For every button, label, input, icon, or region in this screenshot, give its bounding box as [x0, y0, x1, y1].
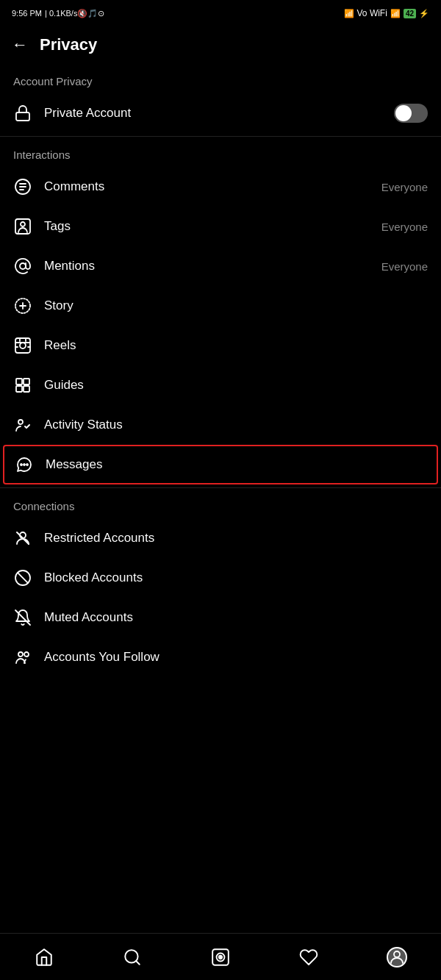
menu-item-tags[interactable]: Tags Everyone	[0, 207, 441, 246]
nav-profile[interactable]	[379, 940, 415, 975]
menu-item-story[interactable]: Story	[0, 286, 441, 326]
section-label-interactions: Interactions	[0, 140, 441, 167]
menu-item-muted-accounts[interactable]: Muted Accounts	[0, 598, 441, 637]
status-bar: 9:56 PM | 0.1KB/s🔇🎵⊙ 📶 Vo WiFi 📶 42 ⚡	[0, 0, 441, 26]
status-time: 9:56 PM	[12, 9, 42, 18]
back-button[interactable]: ←	[12, 35, 28, 54]
tags-value: Everyone	[381, 221, 428, 233]
menu-item-messages[interactable]: Messages	[3, 445, 438, 484]
home-icon	[35, 948, 54, 967]
divider-1	[0, 136, 441, 137]
menu-item-activity-status[interactable]: Activity Status	[0, 405, 441, 445]
accounts-you-follow-label: Accounts You Follow	[44, 650, 159, 665]
menu-item-guides[interactable]: Guides	[0, 365, 441, 405]
menu-item-accounts-you-follow[interactable]: Accounts You Follow	[0, 637, 441, 677]
restricted-icon	[13, 529, 32, 548]
messages-icon	[15, 455, 34, 474]
follow-icon	[13, 648, 32, 667]
svg-point-30	[394, 951, 400, 957]
nav-heart[interactable]	[291, 940, 326, 975]
mentions-value: Everyone	[381, 260, 428, 273]
private-account-toggle[interactable]	[394, 104, 428, 123]
svg-point-4	[20, 263, 26, 269]
activity-icon	[13, 415, 32, 434]
reels-icon	[13, 336, 32, 355]
svg-point-23	[18, 652, 23, 657]
toggle-knob	[395, 105, 412, 121]
activity-status-label: Activity Status	[44, 418, 123, 432]
profile-avatar	[387, 947, 407, 968]
section-label-connections: Connections	[0, 491, 441, 518]
muted-accounts-label: Muted Accounts	[44, 610, 133, 625]
comments-value: Everyone	[381, 181, 428, 193]
nav-search[interactable]	[115, 940, 150, 975]
messages-label: Messages	[46, 457, 102, 472]
page-title: Privacy	[40, 35, 97, 54]
story-label: Story	[44, 298, 74, 313]
svg-rect-0	[16, 112, 29, 121]
tags-label: Tags	[44, 219, 71, 234]
guides-label: Guides	[44, 378, 84, 393]
comments-label: Comments	[44, 179, 104, 194]
menu-item-reels[interactable]: Reels	[0, 326, 441, 365]
guides-icon	[13, 376, 32, 395]
muted-icon	[13, 608, 32, 627]
svg-point-14	[18, 420, 23, 424]
svg-point-17	[26, 464, 28, 465]
nav-reels[interactable]	[203, 940, 238, 975]
menu-item-comments[interactable]: Comments Everyone	[0, 167, 441, 207]
divider-2	[0, 487, 441, 488]
svg-line-26	[136, 961, 140, 965]
svg-point-16	[24, 464, 25, 465]
svg-rect-8	[15, 338, 30, 353]
heart-icon	[299, 948, 318, 967]
section-interactions: Interactions Comments Everyone Tags Ever…	[0, 140, 441, 488]
reels-label: Reels	[44, 338, 76, 353]
page-header: ← Privacy	[0, 26, 441, 66]
restricted-accounts-label: Restricted Accounts	[44, 531, 154, 546]
lock-icon	[13, 104, 32, 123]
svg-point-29	[219, 955, 222, 958]
status-info: | 0.1KB/s🔇🎵⊙	[45, 9, 104, 18]
svg-rect-12	[16, 386, 22, 392]
charging-icon: ⚡	[419, 9, 429, 18]
section-label-account-privacy: Account Privacy	[0, 66, 441, 93]
private-account-label: Private Account	[44, 106, 131, 121]
bottom-nav	[0, 933, 441, 980]
reels-nav-icon	[211, 948, 230, 967]
svg-point-15	[21, 464, 22, 465]
menu-item-private-account[interactable]: Private Account	[0, 93, 441, 133]
comment-icon	[13, 177, 32, 196]
svg-point-9	[20, 343, 26, 348]
menu-item-blocked-accounts[interactable]: Blocked Accounts	[0, 558, 441, 598]
section-account-privacy: Account Privacy Private Account	[0, 66, 441, 137]
svg-line-21	[18, 573, 28, 583]
battery-icon: 42	[404, 9, 416, 18]
wifi-icon: Vo WiFi	[357, 8, 387, 18]
section-connections: Connections Restricted Accounts Blocked …	[0, 491, 441, 677]
search-icon	[123, 948, 142, 967]
svg-line-19	[17, 532, 29, 544]
menu-item-mentions[interactable]: Mentions Everyone	[0, 246, 441, 286]
status-right: 📶 Vo WiFi 📶 42 ⚡	[344, 8, 429, 18]
svg-rect-13	[24, 386, 29, 392]
tags-icon	[13, 217, 32, 236]
wifi-signal-icon: 📶	[390, 9, 401, 18]
svg-point-24	[24, 652, 29, 657]
blocked-icon	[13, 568, 32, 587]
menu-item-restricted-accounts[interactable]: Restricted Accounts	[0, 518, 441, 558]
mentions-icon	[13, 257, 32, 276]
signal-icon: 📶	[344, 9, 354, 18]
svg-rect-11	[24, 379, 29, 385]
content-scroll: Account Privacy Private Account Interact…	[0, 66, 441, 736]
mentions-label: Mentions	[44, 259, 95, 273]
status-left: 9:56 PM | 0.1KB/s🔇🎵⊙	[12, 9, 104, 18]
story-icon	[13, 296, 32, 315]
blocked-accounts-label: Blocked Accounts	[44, 571, 143, 585]
svg-point-3	[21, 222, 25, 226]
svg-rect-10	[16, 379, 22, 385]
nav-home[interactable]	[26, 940, 62, 975]
